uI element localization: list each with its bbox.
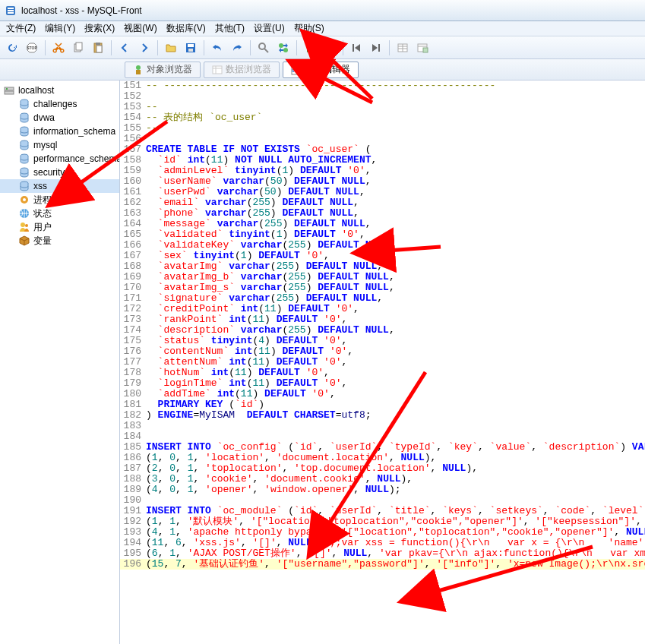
tree-db-challenges[interactable]: challenges: [0, 97, 119, 111]
code-line[interactable]: 153--: [120, 102, 645, 112]
title-bar: localhost - xss - MySQL-Front: [0, 0, 645, 21]
back-button[interactable]: [115, 39, 134, 57]
code-line[interactable]: 161 `userPwd` varchar(50) DEFAULT NULL,: [120, 187, 645, 197]
code-line[interactable]: 195(6, 1, 'AJAX POST/GET操作', '[]', NULL,…: [120, 548, 645, 559]
find-button[interactable]: [255, 39, 273, 57]
code-line[interactable]: 156: [120, 134, 645, 144]
menu-settings[interactable]: 设置(U): [249, 21, 289, 36]
code-line[interactable]: 172 `creditPoint` int(11) DEFAULT '0',: [120, 304, 645, 314]
code-line[interactable]: 165 `validated` tinyint(1) DEFAULT '0',: [120, 229, 645, 240]
grid-button-1[interactable]: [394, 39, 412, 57]
refresh-button[interactable]: [3, 39, 21, 57]
code-content: [146, 495, 645, 506]
code-line[interactable]: 167 `sex` tinyint(1) DEFAULT '0',: [120, 251, 645, 261]
code-line[interactable]: 189(4, 0, 1, 'opener', 'window.opener', …: [120, 485, 645, 495]
sidebar-tree[interactable]: localhost challengesdvwainformation_sche…: [0, 80, 120, 644]
code-content: `contentNum` int(11) DEFAULT '0',: [146, 346, 645, 357]
line-number: 163: [120, 208, 141, 219]
code-line[interactable]: 179 `loginTime` int(11) DEFAULT '0',: [120, 378, 645, 389]
tree-status[interactable]: 状态: [0, 207, 119, 220]
code-line[interactable]: 175 `status` tinyint(4) DEFAULT '0',: [120, 336, 645, 346]
menu-view[interactable]: 视图(W): [119, 21, 161, 36]
code-line[interactable]: 168 `avatarImg` varchar(255) DEFAULT NUL…: [120, 261, 645, 272]
code-line[interactable]: 152: [120, 91, 645, 102]
code-line[interactable]: 193(4, 1, 'apache httponly bypass', '["l…: [120, 527, 645, 538]
code-line[interactable]: 191INSERT INTO `oc_module` (`id`, `userI…: [120, 506, 645, 516]
tree-variables[interactable]: 变量: [0, 234, 119, 248]
code-line[interactable]: 187(2, 0, 1, 'toplocation', 'top.documen…: [120, 463, 645, 474]
code-line[interactable]: 163 `phone` varchar(255) DEFAULT NULL,: [120, 208, 645, 219]
code-line[interactable]: 151-- ----------------------------------…: [120, 80, 645, 91]
code-line[interactable]: 186(1, 0, 1, 'location', 'document.locat…: [120, 453, 645, 463]
code-line[interactable]: 176 `contentNum` int(11) DEFAULT '0',: [120, 346, 645, 357]
code-line[interactable]: 190: [120, 495, 645, 506]
code-line[interactable]: 174 `description` varchar(255) DEFAULT N…: [120, 325, 645, 336]
menu-other[interactable]: 其他(T): [210, 21, 249, 36]
tree-db-performance_schema[interactable]: performance_schema: [0, 152, 119, 166]
grid-button-2[interactable]: [413, 39, 432, 57]
redo-button[interactable]: [228, 39, 246, 57]
tab-data-browser[interactable]: 数据浏览器: [204, 62, 280, 78]
tree-db-security[interactable]: security: [0, 166, 119, 179]
code-line[interactable]: 185INSERT INTO `oc_config` (`id`, `userI…: [120, 442, 645, 453]
svg-rect-2: [8, 10, 14, 11]
execute-button[interactable]: [301, 39, 319, 57]
tree-server[interactable]: localhost: [0, 84, 119, 97]
tree-db-xss[interactable]: xss: [0, 179, 119, 193]
open-button[interactable]: [162, 39, 180, 57]
code-line[interactable]: 178 `hotNum` int(11) DEFAULT '0',: [120, 368, 645, 378]
tree-db-dvwa[interactable]: dvwa: [0, 111, 119, 125]
paste-button[interactable]: [89, 39, 107, 57]
code-line[interactable]: 164 `message` varchar(255) DEFAULT NULL,: [120, 219, 645, 229]
save-button[interactable]: [182, 39, 200, 57]
menu-database[interactable]: 数据库(V): [162, 21, 210, 36]
code-line[interactable]: 171 `signature` varchar(255) DEFAULT NUL…: [120, 293, 645, 304]
tab-object-browser[interactable]: 对象浏览器: [125, 62, 201, 78]
line-number: 162: [120, 197, 141, 208]
code-line[interactable]: 158 `id` int(11) NOT NULL AUTO_INCREMENT…: [120, 155, 645, 166]
menu-file[interactable]: 文件(Z): [2, 21, 40, 36]
menu-help[interactable]: 帮助(S): [289, 21, 329, 36]
code-line[interactable]: 182) ENGINE=MyISAM DEFAULT CHARSET=utf8;: [120, 410, 645, 421]
first-record-button[interactable]: [347, 39, 365, 57]
code-line[interactable]: 170 `avatarImg_s` varchar(255) DEFAULT N…: [120, 283, 645, 293]
last-record-button[interactable]: [367, 39, 385, 57]
code-line[interactable]: 159 `adminLevel` tinyint(1) DEFAULT '0',: [120, 166, 645, 176]
cut-button[interactable]: [49, 39, 68, 57]
svg-point-14: [259, 43, 265, 49]
replace-button[interactable]: [274, 39, 292, 57]
stop-button[interactable]: STOP: [23, 39, 41, 57]
copy-button[interactable]: [69, 39, 87, 57]
code-line[interactable]: 184: [120, 431, 645, 442]
tree-user[interactable]: 用户: [0, 220, 119, 234]
forward-button[interactable]: [135, 39, 153, 57]
code-line[interactable]: 162 `email` varchar(255) DEFAULT NULL,: [120, 197, 645, 208]
sql-editor[interactable]: 151-- ----------------------------------…: [120, 80, 645, 644]
code-line[interactable]: 177 `attentNum` int(11) DEFAULT '0',: [120, 357, 645, 368]
undo-button[interactable]: [208, 39, 226, 57]
code-line[interactable]: 169 `avatarImg_b` varchar(255) DEFAULT N…: [120, 272, 645, 283]
code-line[interactable]: 196(15, 7, '基础认证钓鱼', '["username","passw…: [120, 559, 645, 570]
code-line[interactable]: 194(11, 6, 'xss.js', '[]', NULL, ';;var …: [120, 538, 645, 548]
tab-sql-editor[interactable]: SQL SQL编辑器: [283, 62, 359, 78]
gear-icon: [18, 194, 30, 206]
code-line[interactable]: 181 PRIMARY KEY (`id`): [120, 399, 645, 410]
code-line[interactable]: 188(3, 0, 1, 'cookie', 'document.cookie'…: [120, 474, 645, 485]
code-line[interactable]: 160 `userName` varchar(50) DEFAULT NULL,: [120, 176, 645, 187]
code-line[interactable]: 183: [120, 421, 645, 431]
code-line[interactable]: 157CREATE TABLE IF NOT EXISTS `oc_user` …: [120, 144, 645, 155]
code-line[interactable]: 192(1, 1, '默认模块', '["location","toplocat…: [120, 516, 645, 527]
code-line[interactable]: 155--: [120, 123, 645, 134]
menu-search[interactable]: 搜索(X): [80, 21, 119, 36]
code-line[interactable]: 166 `validateKey` varchar(255) DEFAULT N…: [120, 240, 645, 251]
view-tabs: 对象浏览器 数据浏览器 SQL SQL编辑器: [0, 59, 645, 80]
menu-edit[interactable]: 编辑(Y): [40, 21, 80, 36]
tree-process[interactable]: 进程: [0, 193, 119, 207]
code-line[interactable]: 173 `rankPoint` int(11) DEFAULT '0',: [120, 314, 645, 325]
tree-db-mysql[interactable]: mysql: [0, 138, 119, 152]
execute-step-button[interactable]: [321, 39, 339, 57]
code-line[interactable]: 154-- 表的结构 `oc_user`: [120, 112, 645, 123]
code-content: `message` varchar(255) DEFAULT NULL,: [146, 219, 645, 229]
code-line[interactable]: 180 `addTime` int(11) DEFAULT '0',: [120, 389, 645, 399]
tree-db-information_schema[interactable]: information_schema: [0, 125, 119, 138]
